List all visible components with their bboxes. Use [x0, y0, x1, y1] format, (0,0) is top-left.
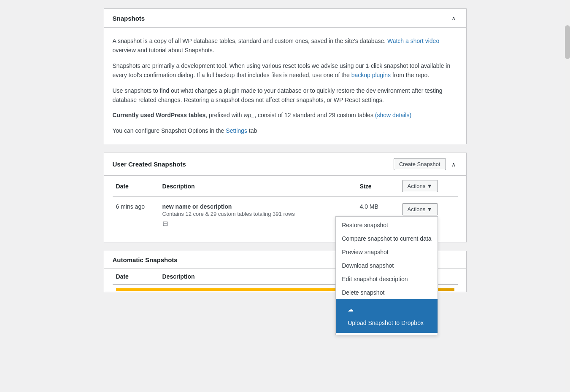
auto-col-header-description: Description [159, 269, 357, 285]
header-actions-dropdown-wrapper: Actions ▼ [402, 180, 438, 192]
actions-dropdown-menu: Restore snapshot Compare snapshot to cur… [335, 216, 438, 335]
snapshots-desc-4: Currently used WordPress tables, prefixe… [113, 110, 458, 120]
dropdown-item-upload-dropbox[interactable]: ☁ Upload Snapshot to Dropbox [336, 299, 437, 333]
dropdown-item-restore[interactable]: Restore snapshot [336, 218, 437, 232]
user-created-card-header: User Created Snapshots Create Snapshot ∧ [104, 153, 466, 176]
dropbox-cloud-icon: ☁ [342, 303, 429, 316]
user-created-snapshots-card: User Created Snapshots Create Snapshot ∧… [104, 153, 467, 242]
snapshots-desc-2: Snapshots are primarily a development to… [113, 61, 458, 80]
table-row: 6 mins ago new name or description Conta… [113, 197, 458, 234]
snapshots-desc-5: You can configure Snapshot Options in th… [113, 126, 458, 135]
dropdown-item-preview[interactable]: Preview snapshot [336, 245, 437, 259]
user-created-title: User Created Snapshots [113, 161, 186, 168]
col-header-actions: Actions ▼ [399, 176, 458, 197]
snapshot-description: new name or description Contains 12 core… [159, 197, 357, 234]
user-created-card-body: Date Description Size Actions ▼ [104, 176, 466, 242]
row-actions-dropdown-wrapper: Actions ▼ Restore snapshot Compare s [402, 203, 438, 215]
snapshot-drive-icon: ⊟ [162, 220, 353, 228]
snapshots-info-card-header: Snapshots ∧ [104, 9, 466, 28]
snapshots-info-title: Snapshots [113, 15, 145, 22]
user-created-header-actions: Create Snapshot ∧ [394, 158, 458, 170]
watch-video-link[interactable]: Watch a short video [387, 38, 439, 44]
row-actions-button[interactable]: Actions ▼ [402, 203, 438, 215]
user-created-chevron-icon[interactable]: ∧ [449, 160, 458, 169]
scrollbar-thumb[interactable] [565, 25, 570, 59]
snapshots-info-card: Snapshots ∧ A snapshot is a copy of all … [104, 8, 467, 144]
show-details-link[interactable]: (show details) [375, 112, 411, 118]
snapshots-desc-1: A snapshot is a copy of all WP database … [113, 36, 458, 55]
auto-col-header-date: Date [113, 269, 159, 285]
snapshots-info-chevron-icon[interactable]: ∧ [449, 14, 458, 22]
dropdown-item-edit[interactable]: Edit snapshot description [336, 272, 437, 286]
dropdown-item-download[interactable]: Download snapshot [336, 259, 437, 272]
header-actions-button[interactable]: Actions ▼ [402, 180, 438, 192]
col-header-size: Size [357, 176, 399, 197]
col-header-date: Date [113, 176, 159, 197]
automatic-snapshots-title: Automatic Snapshots [113, 256, 178, 263]
dropdown-item-compare[interactable]: Compare snapshot to current data [336, 232, 437, 245]
backup-plugins-link[interactable]: backup plugins [351, 72, 391, 78]
snapshot-date: 6 mins ago [113, 197, 159, 234]
scrollbar-track[interactable] [565, 0, 570, 392]
col-header-description: Description [159, 176, 357, 197]
dropdown-item-delete[interactable]: Delete snapshot [336, 286, 437, 299]
settings-link[interactable]: Settings [226, 127, 247, 134]
snapshots-info-body: A snapshot is a copy of all WP database … [104, 28, 466, 144]
snapshots-desc-3: Use snapshots to find out what changes a… [113, 86, 458, 105]
user-snapshots-table: Date Description Size Actions ▼ [113, 176, 458, 234]
snapshot-actions-cell: Actions ▼ Restore snapshot Compare s [399, 197, 458, 234]
create-snapshot-button[interactable]: Create Snapshot [394, 158, 446, 170]
